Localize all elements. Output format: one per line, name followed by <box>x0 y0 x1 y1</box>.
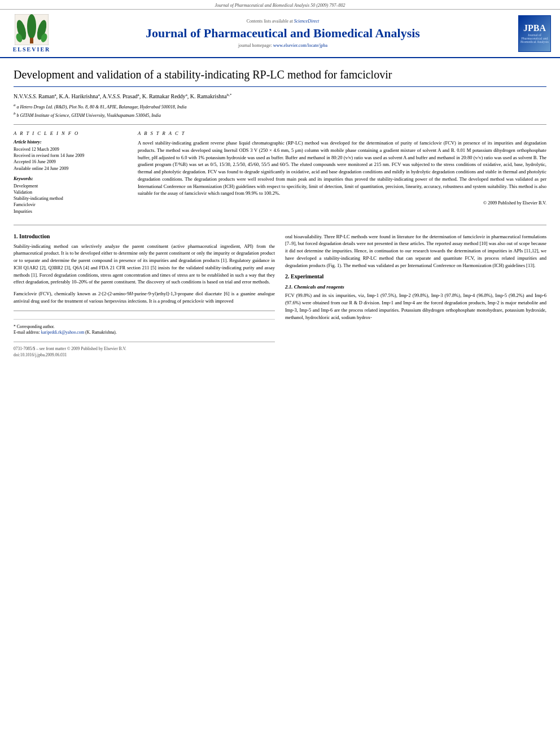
experimental-heading: 2. Experimental <box>285 273 546 279</box>
body-col-right: oral bioavailability. Three RP-LC method… <box>285 233 546 359</box>
chemicals-heading: 2.1. Chemicals and reagents <box>285 284 546 290</box>
jpba-logo-container: JPBA Journal of Pharmaceutical and Biome… <box>511 15 551 52</box>
journal-header: ELSEVIER Contents lists available at Sci… <box>0 10 560 58</box>
keyword-impurities: Impurities <box>14 208 126 215</box>
journal-homepage: journal homepage: www.elsevier.com/locat… <box>54 43 511 48</box>
abstract-label: A B S T R A C T <box>138 130 546 136</box>
body-two-col: 1. Introduction Stability-indicating met… <box>14 233 546 359</box>
elsevier-tree-icon <box>15 14 49 45</box>
keyword-development: Development <box>14 183 126 189</box>
keyword-stability: Stability-indicating method <box>14 195 126 202</box>
elsevier-wordmark: ELSEVIER <box>13 46 51 53</box>
right-para1: oral bioavailability. Three RP-LC method… <box>285 233 546 269</box>
svg-point-2 <box>27 14 36 39</box>
authors-line: N.V.V.S.S. Ramana, K.A. Harikrishnaa, A.… <box>14 93 546 99</box>
footer-doi: doi:10.1016/j.jpba.2009.06.031 <box>14 352 275 358</box>
journal-title: Journal of Pharmaceutical and Biomedical… <box>54 26 511 41</box>
footnote-email-address[interactable]: karipeddi.rk@yahoo.com <box>41 330 84 335</box>
page-wrapper: Journal of Pharmaceutical and Biomedical… <box>0 0 560 747</box>
article-history: Received 12 March 2009 Received in revis… <box>14 146 126 172</box>
journal-citation: Journal of Pharmaceutical and Biomedical… <box>215 3 345 8</box>
footnote-divider <box>14 319 275 320</box>
article-info-col: A R T I C L E I N F O Article history: R… <box>14 130 126 219</box>
body-col-left: 1. Introduction Stability-indicating met… <box>14 233 275 359</box>
contents-available-text: Contents lists available at ScienceDirec… <box>54 19 511 24</box>
affil-a: a a Hetero Drugs Ltd. (R&D), Plot No. 8,… <box>14 103 546 110</box>
article-history-label: Article history: <box>14 139 126 145</box>
affil-b: b b GITAM Institute of Science, GITAM Un… <box>14 111 546 119</box>
keywords-label: Keywords: <box>14 176 126 181</box>
top-banner: Journal of Pharmaceutical and Biomedical… <box>0 0 560 10</box>
abstract-text: A novel stability-indicating gradient re… <box>138 139 546 197</box>
copyright-line: © 2009 Published by Elsevier B.V. <box>138 200 546 206</box>
page-footer: 0731-7085/$ – see front matter © 2009 Pu… <box>14 342 275 359</box>
intro-para2: Famciclovir (FCV), chemically known as 2… <box>14 290 275 305</box>
intro-para1: Stability-indicating method can selectiv… <box>14 243 275 286</box>
chemicals-text: FCV (99.8%) and its six impurities, viz,… <box>285 292 546 321</box>
keyword-famciclovir: Famciclovir <box>14 202 126 208</box>
jpba-badge-text: JPBA <box>523 23 546 33</box>
keywords-list: Development Validation Stability-indicat… <box>14 183 126 215</box>
info-abstract-section: A R T I C L E I N F O Article history: R… <box>14 124 546 225</box>
article-info-label: A R T I C L E I N F O <box>14 130 126 136</box>
sciencedirect-link[interactable]: ScienceDirect <box>294 19 320 24</box>
affiliations: a a Hetero Drugs Ltd. (R&D), Plot No. 8,… <box>14 103 546 119</box>
article-content: Development and validation of a stabilit… <box>0 58 560 747</box>
journal-center: Contents lists available at ScienceDirec… <box>54 19 511 48</box>
footnote-email: E-mail address: karipeddi.rk@yahoo.com (… <box>14 330 275 336</box>
svg-rect-4 <box>30 38 33 43</box>
elsevier-logo-container: ELSEVIER <box>9 14 54 53</box>
article-title: Development and validation of a stabilit… <box>14 67 546 87</box>
footnote-section: * Corresponding author. E-mail address: … <box>14 311 275 336</box>
introduction-heading: 1. Introduction <box>14 233 275 239</box>
homepage-url[interactable]: www.elsevier.com/locate/jpba <box>273 43 327 48</box>
abstract-col: A B S T R A C T A novel stability-indica… <box>138 130 546 219</box>
footer-issn: 0731-7085/$ – see front matter © 2009 Pu… <box>14 346 275 352</box>
jpba-badge-sub: Journal of Pharmaceutical and Biomedical… <box>519 33 550 43</box>
elsevier-logo: ELSEVIER <box>9 14 54 53</box>
keyword-validation: Validation <box>14 189 126 195</box>
jpba-badge: JPBA Journal of Pharmaceutical and Biome… <box>518 15 551 52</box>
keywords-section: Keywords: Development Validation Stabili… <box>14 176 126 215</box>
footnote-star: * Corresponding author. <box>14 324 275 330</box>
